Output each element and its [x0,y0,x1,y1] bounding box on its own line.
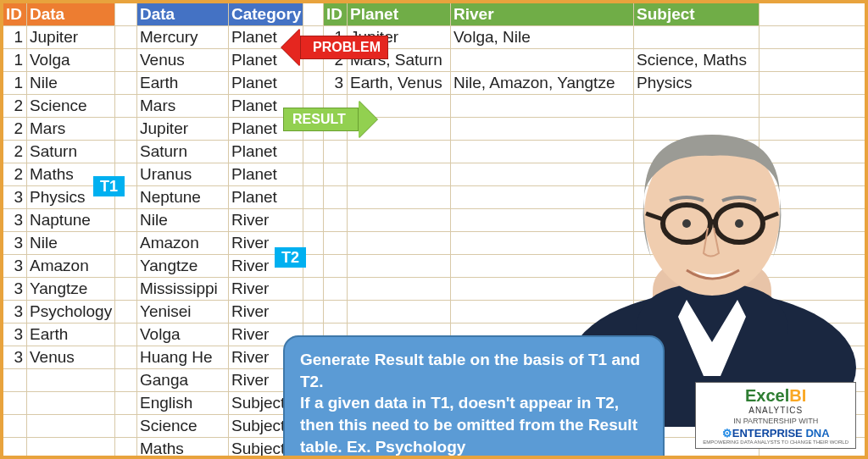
t2-data[interactable]: Volga [137,324,229,346]
t1-data[interactable]: Nile [27,232,115,255]
instruction-bubble: Generate Result table on the basis of T1… [283,335,665,459]
t2-category[interactable]: River [229,301,303,324]
t2-data[interactable]: Amazon [137,232,229,255]
t1-header-data: Data [27,3,115,26]
t2-data[interactable]: Uranus [137,163,229,186]
t2-data[interactable]: Earth [137,72,229,95]
t1-data[interactable]: Earth [27,324,115,346]
t2-data[interactable]: Saturn [137,141,229,163]
t1-data[interactable]: Naptune [27,209,115,232]
t1-data[interactable]: Jupiter [27,26,115,49]
t1-data[interactable]: Saturn [27,141,115,163]
t3-river[interactable] [451,49,634,72]
t1-id[interactable]: 2 [3,95,27,118]
t1-data[interactable]: Nile [27,72,115,95]
t1-data[interactable]: Venus [27,346,115,369]
t1-id[interactable]: 1 [3,26,27,49]
t2-data[interactable]: Ganga [137,369,229,392]
result-arrow: RESULT [283,101,377,138]
t2-header-data: Data [137,3,229,26]
t1-id[interactable]: 2 [3,118,27,141]
t3-subject[interactable]: Science, Maths [634,49,760,72]
t3-header-planet: Planet [348,3,451,26]
t1-data[interactable]: Psychology [27,301,115,324]
t1-data[interactable]: Amazon [27,255,115,278]
t2-data[interactable]: Nile [137,209,229,232]
t2-category[interactable]: River [229,278,303,301]
t1-data[interactable]: Mars [27,118,115,141]
logo-box: ExcelBI ANALYTICS IN PARTNERSHIP WITH ⚙E… [695,382,856,449]
t3-subject[interactable] [634,26,760,49]
t2-data[interactable]: Neptune [137,186,229,209]
result-label: RESULT [292,112,346,127]
bubble-text: Generate Result table on the basis of T1… [300,351,640,456]
svg-point-9 [735,219,743,228]
t1-header-id: ID [3,3,27,26]
t1-data[interactable]: Yangtze [27,278,115,301]
t2-data[interactable]: Science [137,415,229,438]
t2-data[interactable]: Venus [137,49,229,72]
t2-category[interactable]: Planet [229,186,303,209]
t1-data[interactable]: Volga [27,49,115,72]
t3-header-id: ID [324,3,348,26]
t2-data[interactable]: Yangtze [137,255,229,278]
t2-data[interactable]: Mars [137,95,229,118]
badge-t1: T1 [93,176,125,196]
logo-bi: BI [789,386,806,405]
t2-category[interactable]: River [229,209,303,232]
t2-category[interactable]: Planet [229,163,303,186]
logo-excel: Excel [745,386,789,405]
t1-id[interactable]: 3 [3,209,27,232]
logo-enterprise: ENTERPRISE [732,427,806,440]
logo-partnership: IN PARTNERSHIP WITH [703,417,849,425]
t2-data[interactable]: Mississippi [137,278,229,301]
t1-id[interactable]: 1 [3,72,27,95]
t1-data[interactable]: Science [27,95,115,118]
t1-id[interactable]: 2 [3,141,27,163]
t1-id[interactable]: 1 [3,49,27,72]
t1-id[interactable]: 3 [3,186,27,209]
svg-point-8 [682,219,691,228]
logo-tagline: EMPOWERING DATA ANALYSTS TO CHANGE THEIR… [703,440,849,445]
t1-id[interactable]: 3 [3,278,27,301]
t2-data[interactable]: Mercury [137,26,229,49]
t1-id[interactable]: 3 [3,324,27,346]
t3-header-subject: Subject [634,3,760,26]
problem-arrow: PROBLEM [281,29,388,66]
t1-id[interactable]: 2 [3,163,27,186]
t2-data[interactable]: Huang He [137,346,229,369]
t3-header-river: River [451,3,634,26]
problem-label: PROBLEM [313,40,381,55]
t3-river[interactable]: Volga, Nile [451,26,634,49]
t2-data[interactable]: Maths [137,438,229,459]
t2-data[interactable]: English [137,392,229,415]
t2-data[interactable]: Jupiter [137,118,229,141]
t2-header-category: Category [229,3,303,26]
t2-category[interactable]: Planet [229,72,303,95]
t2-data[interactable]: Yenisei [137,301,229,324]
badge-t2: T2 [275,247,306,268]
t3-id[interactable]: 3 [324,72,348,95]
logo-dna: DNA [805,427,829,440]
t1-id[interactable]: 3 [3,301,27,324]
t3-planet[interactable]: Earth, Venus [348,72,451,95]
t1-id[interactable]: 3 [3,255,27,278]
t1-id[interactable]: 3 [3,346,27,369]
t2-category[interactable]: Planet [229,141,303,163]
t1-id[interactable]: 3 [3,232,27,255]
logo-analytics: ANALYTICS [703,406,849,415]
